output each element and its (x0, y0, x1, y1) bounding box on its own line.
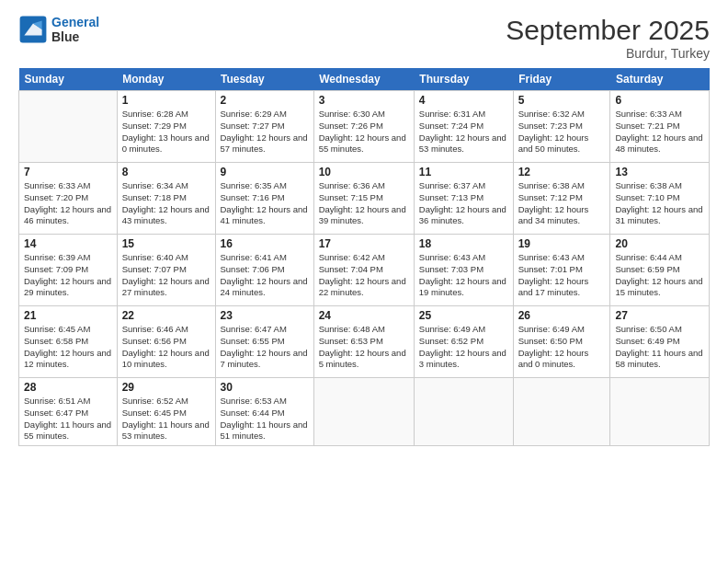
cell-info: Sunrise: 6:29 AMSunset: 7:27 PMDaylight:… (221, 109, 309, 155)
calendar-cell: 1 Sunrise: 6:28 AMSunset: 7:29 PMDayligh… (117, 91, 215, 163)
cell-info: Sunrise: 6:37 AMSunset: 7:13 PMDaylight:… (419, 180, 508, 227)
cell-info: Sunrise: 6:50 AMSunset: 6:49 PMDaylight:… (615, 324, 704, 371)
calendar-cell: 28 Sunrise: 6:51 AMSunset: 6:47 PMDaylig… (19, 378, 118, 446)
day-number: 28 (24, 381, 112, 394)
calendar-cell: 12 Sunrise: 6:38 AMSunset: 7:12 PMDaylig… (513, 163, 610, 235)
calendar-cell: 13 Sunrise: 6:38 AMSunset: 7:10 PMDaylig… (610, 163, 710, 235)
cell-info: Sunrise: 6:32 AMSunset: 7:23 PMDaylight:… (518, 109, 606, 155)
day-number: 7 (24, 166, 112, 178)
cell-info: Sunrise: 6:38 AMSunset: 7:10 PMDaylight:… (615, 180, 704, 227)
calendar-cell: 22 Sunrise: 6:46 AMSunset: 6:56 PMDaylig… (117, 306, 215, 378)
day-number: 25 (419, 309, 508, 322)
calendar-cell: 4 Sunrise: 6:31 AMSunset: 7:24 PMDayligh… (414, 91, 513, 163)
day-number: 22 (122, 309, 210, 322)
day-number: 12 (518, 166, 606, 178)
calendar-cell (19, 91, 118, 163)
day-number: 18 (419, 237, 508, 250)
day-number: 11 (419, 166, 508, 178)
calendar-cell: 30 Sunrise: 6:53 AMSunset: 6:44 PMDaylig… (215, 378, 313, 446)
cell-info: Sunrise: 6:35 AMSunset: 7:16 PMDaylight:… (221, 180, 309, 227)
day-number: 16 (221, 237, 309, 250)
cell-info: Sunrise: 6:48 AMSunset: 6:53 PMDaylight:… (319, 324, 409, 371)
calendar-cell: 19 Sunrise: 6:43 AMSunset: 7:01 PMDaylig… (513, 235, 610, 306)
cell-info: Sunrise: 6:52 AMSunset: 6:45 PMDaylight:… (122, 396, 210, 442)
header: General Blue September 2025 Burdur, Turk… (18, 15, 710, 61)
title-area: September 2025 Burdur, Turkey (506, 15, 710, 61)
calendar-cell: 27 Sunrise: 6:50 AMSunset: 6:49 PMDaylig… (610, 306, 710, 378)
day-number: 5 (518, 94, 606, 107)
day-number: 20 (615, 237, 704, 250)
day-number: 8 (122, 166, 210, 178)
calendar-page: General Blue September 2025 Burdur, Turk… (0, 0, 728, 563)
week-row-5: 28 Sunrise: 6:51 AMSunset: 6:47 PMDaylig… (19, 378, 710, 446)
day-header-saturday: Saturday (610, 68, 710, 91)
month-title: September 2025 (506, 15, 710, 46)
logo-text: General Blue (51, 15, 99, 44)
day-number: 21 (24, 309, 112, 322)
day-number: 4 (419, 94, 508, 107)
calendar-cell: 5 Sunrise: 6:32 AMSunset: 7:23 PMDayligh… (513, 91, 610, 163)
cell-info: Sunrise: 6:41 AMSunset: 7:06 PMDaylight:… (221, 252, 309, 299)
day-number: 14 (24, 237, 112, 250)
day-number: 6 (615, 94, 704, 107)
calendar-cell: 8 Sunrise: 6:34 AMSunset: 7:18 PMDayligh… (117, 163, 215, 235)
cell-info: Sunrise: 6:46 AMSunset: 6:56 PMDaylight:… (122, 324, 210, 371)
cell-info: Sunrise: 6:44 AMSunset: 6:59 PMDaylight:… (615, 252, 704, 299)
calendar-cell: 17 Sunrise: 6:42 AMSunset: 7:04 PMDaylig… (313, 235, 414, 306)
cell-info: Sunrise: 6:51 AMSunset: 6:47 PMDaylight:… (24, 396, 112, 442)
cell-info: Sunrise: 6:31 AMSunset: 7:24 PMDaylight:… (419, 109, 508, 155)
day-header-monday: Monday (117, 68, 215, 91)
calendar-cell: 14 Sunrise: 6:39 AMSunset: 7:09 PMDaylig… (19, 235, 118, 306)
day-number: 2 (221, 94, 309, 107)
day-header-friday: Friday (513, 68, 610, 91)
calendar-cell: 6 Sunrise: 6:33 AMSunset: 7:21 PMDayligh… (610, 91, 710, 163)
cell-info: Sunrise: 6:43 AMSunset: 7:03 PMDaylight:… (419, 252, 508, 299)
cell-info: Sunrise: 6:45 AMSunset: 6:58 PMDaylight:… (24, 324, 112, 371)
calendar-cell: 26 Sunrise: 6:49 AMSunset: 6:50 PMDaylig… (513, 306, 610, 378)
calendar-cell: 16 Sunrise: 6:41 AMSunset: 7:06 PMDaylig… (215, 235, 313, 306)
cell-info: Sunrise: 6:42 AMSunset: 7:04 PMDaylight:… (319, 252, 409, 299)
day-number: 19 (518, 237, 606, 250)
calendar-cell: 9 Sunrise: 6:35 AMSunset: 7:16 PMDayligh… (215, 163, 313, 235)
day-number: 30 (221, 381, 309, 394)
calendar-cell: 3 Sunrise: 6:30 AMSunset: 7:26 PMDayligh… (313, 91, 414, 163)
calendar-cell: 18 Sunrise: 6:43 AMSunset: 7:03 PMDaylig… (414, 235, 513, 306)
calendar-cell: 11 Sunrise: 6:37 AMSunset: 7:13 PMDaylig… (414, 163, 513, 235)
calendar-cell: 10 Sunrise: 6:36 AMSunset: 7:15 PMDaylig… (313, 163, 414, 235)
day-number: 15 (122, 237, 210, 250)
calendar-cell: 29 Sunrise: 6:52 AMSunset: 6:45 PMDaylig… (117, 378, 215, 446)
day-number: 29 (122, 381, 210, 394)
day-number: 26 (518, 309, 606, 322)
day-number: 1 (122, 94, 210, 107)
calendar-cell: 15 Sunrise: 6:40 AMSunset: 7:07 PMDaylig… (117, 235, 215, 306)
calendar-cell (513, 378, 610, 446)
calendar-cell (414, 378, 513, 446)
day-number: 3 (319, 94, 409, 107)
day-header-tuesday: Tuesday (215, 68, 313, 91)
calendar-cell (313, 378, 414, 446)
day-number: 13 (615, 166, 704, 178)
day-number: 17 (319, 237, 409, 250)
cell-info: Sunrise: 6:36 AMSunset: 7:15 PMDaylight:… (319, 180, 409, 227)
cell-info: Sunrise: 6:34 AMSunset: 7:18 PMDaylight:… (122, 180, 210, 227)
calendar-cell: 20 Sunrise: 6:44 AMSunset: 6:59 PMDaylig… (610, 235, 710, 306)
day-header-thursday: Thursday (414, 68, 513, 91)
day-number: 9 (221, 166, 309, 178)
calendar-cell: 23 Sunrise: 6:47 AMSunset: 6:55 PMDaylig… (215, 306, 313, 378)
cell-info: Sunrise: 6:49 AMSunset: 6:50 PMDaylight:… (518, 324, 606, 371)
week-row-1: 1 Sunrise: 6:28 AMSunset: 7:29 PMDayligh… (19, 91, 710, 163)
logo: General Blue (18, 15, 99, 44)
week-row-3: 14 Sunrise: 6:39 AMSunset: 7:09 PMDaylig… (19, 235, 710, 306)
day-number: 24 (319, 309, 409, 322)
logo-icon (18, 15, 48, 44)
cell-info: Sunrise: 6:39 AMSunset: 7:09 PMDaylight:… (24, 252, 112, 299)
cell-info: Sunrise: 6:40 AMSunset: 7:07 PMDaylight:… (122, 252, 210, 299)
cell-info: Sunrise: 6:47 AMSunset: 6:55 PMDaylight:… (221, 324, 309, 371)
cell-info: Sunrise: 6:33 AMSunset: 7:20 PMDaylight:… (24, 180, 112, 227)
cell-info: Sunrise: 6:43 AMSunset: 7:01 PMDaylight:… (518, 252, 606, 299)
day-header-sunday: Sunday (19, 68, 118, 91)
calendar-cell: 25 Sunrise: 6:49 AMSunset: 6:52 PMDaylig… (414, 306, 513, 378)
calendar-cell: 21 Sunrise: 6:45 AMSunset: 6:58 PMDaylig… (19, 306, 118, 378)
day-header-wednesday: Wednesday (313, 68, 414, 91)
header-row: SundayMondayTuesdayWednesdayThursdayFrid… (19, 68, 710, 91)
